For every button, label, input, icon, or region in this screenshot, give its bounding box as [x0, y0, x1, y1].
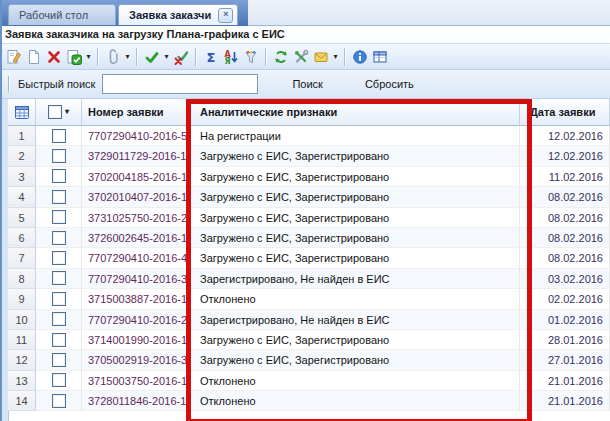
request-number-cell[interactable]: 3715003887-2016-1 — [82, 289, 188, 309]
request-number-cell[interactable]: 3731025750-2016-2 — [82, 208, 188, 228]
row-checkbox[interactable] — [52, 129, 66, 143]
request-date-cell[interactable]: 02.02.2016 — [520, 289, 610, 309]
row-checkbox-cell[interactable] — [36, 167, 82, 187]
row-checkbox[interactable] — [52, 394, 66, 408]
quick-search-input[interactable] — [102, 74, 258, 94]
request-date-cell[interactable]: 03.02.2016 — [520, 269, 610, 289]
row-checkbox-cell[interactable] — [36, 269, 82, 289]
edit-record-button[interactable] — [4, 47, 24, 67]
select-all-checkbox[interactable] — [48, 105, 62, 119]
analytic-flags-cell[interactable]: Загружено с ЕИС, Зарегистрировано — [188, 350, 520, 370]
analytic-flags-cell[interactable]: Загружено с ЕИС, Зарегистрировано — [188, 228, 520, 248]
info-button[interactable] — [350, 47, 370, 67]
table-row[interactable]: 23729011729-2016-1Загружено с ЕИС, Зарег… — [8, 146, 610, 166]
column-header-request-date[interactable]: Дата заявки — [520, 99, 610, 126]
request-date-cell[interactable]: 21.01.2016 — [520, 391, 610, 411]
sum-button[interactable]: Σ — [201, 47, 221, 67]
request-number-cell[interactable]: 3728011846-2016-1 — [82, 391, 188, 411]
table-row[interactable]: 33702004185-2016-1Загружено с ЕИС, Зарег… — [8, 167, 610, 187]
record-status-button[interactable] — [64, 47, 84, 67]
tab-request[interactable]: Заявка заказчи × — [118, 4, 238, 25]
request-date-cell[interactable]: 08.02.2016 — [520, 208, 610, 228]
request-number-cell[interactable]: 7707290410-2016-5 — [82, 126, 188, 146]
search-button[interactable]: Поиск — [284, 76, 330, 92]
analytic-flags-cell[interactable]: Отклонено — [188, 289, 520, 309]
tab-desktop[interactable]: Рабочий стол — [8, 4, 116, 25]
approve-dropdown-icon[interactable]: ▾ — [162, 52, 171, 61]
row-checkbox[interactable] — [52, 292, 66, 306]
request-number-cell[interactable]: 7707290410-2016-4 — [82, 248, 188, 268]
column-header-analytic-flags[interactable]: Аналитические признаки — [188, 99, 520, 126]
row-checkbox[interactable] — [52, 231, 66, 245]
row-checkbox-cell[interactable] — [36, 208, 82, 228]
row-checkbox-cell[interactable] — [36, 350, 82, 370]
request-number-cell[interactable]: 3702004185-2016-1 — [82, 167, 188, 187]
sort-button[interactable]: АЯ — [221, 47, 241, 67]
row-checkbox-cell[interactable] — [36, 310, 82, 330]
row-checkbox-cell[interactable] — [36, 371, 82, 391]
analytic-flags-cell[interactable]: Загружено с ЕИС, Зарегистрировано — [188, 330, 520, 350]
row-checkbox-cell[interactable] — [36, 228, 82, 248]
row-checkbox[interactable] — [52, 333, 66, 347]
delete-record-button[interactable] — [44, 47, 64, 67]
revoke-approval-button[interactable] — [171, 47, 191, 67]
analytic-flags-cell[interactable]: Зарегистрировано, Не найден в ЕИС — [188, 310, 520, 330]
analytic-flags-cell[interactable]: Зарегистрировано, Не найден в ЕИС — [188, 269, 520, 289]
tab-close-icon[interactable]: × — [218, 8, 233, 23]
table-row[interactable]: 123705002919-2016-3Загружено с ЕИС, Заре… — [8, 350, 610, 370]
reset-button[interactable]: Сбросить — [357, 76, 422, 92]
column-header-request-number[interactable]: Номер заявки — [82, 99, 188, 126]
request-number-cell[interactable]: 3729011729-2016-1 — [82, 146, 188, 166]
row-checkbox[interactable] — [52, 312, 66, 326]
row-checkbox[interactable] — [52, 353, 66, 367]
table-row[interactable]: 113714001990-2016-1Загружено с ЕИС, Заре… — [8, 330, 610, 350]
table-row[interactable]: 143728011846-2016-1Отклонено21.01.2016 — [8, 391, 610, 411]
analytic-flags-cell[interactable]: Загружено с ЕИС, Зарегистрировано — [188, 208, 520, 228]
request-date-cell[interactable]: 21.01.2016 — [520, 371, 610, 391]
request-date-cell[interactable]: 27.01.2016 — [520, 350, 610, 370]
row-checkbox[interactable] — [52, 373, 66, 387]
analytic-flags-cell[interactable]: Загружено с ЕИС, Зарегистрировано — [188, 248, 520, 268]
create-record-button[interactable] — [24, 47, 44, 67]
request-date-cell[interactable]: 08.02.2016 — [520, 228, 610, 248]
attachments-button[interactable] — [103, 47, 123, 67]
request-date-cell[interactable]: 08.02.2016 — [520, 248, 610, 268]
approve-button[interactable] — [142, 47, 162, 67]
grid-columns-button[interactable] — [370, 47, 390, 67]
request-date-cell[interactable]: 12.02.2016 — [520, 146, 610, 166]
attachments-dropdown-icon[interactable]: ▾ — [123, 52, 132, 61]
analytic-flags-cell[interactable]: Отклонено — [188, 371, 520, 391]
request-number-cell[interactable]: 7707290410-2016-2 — [82, 310, 188, 330]
row-checkbox[interactable] — [52, 149, 66, 163]
table-row[interactable]: 77707290410-2016-4Загружено с ЕИС, Зарег… — [8, 248, 610, 268]
request-date-cell[interactable]: 08.02.2016 — [520, 187, 610, 207]
row-checkbox[interactable] — [52, 251, 66, 265]
row-checkbox-cell[interactable] — [36, 248, 82, 268]
filter-button[interactable] — [241, 47, 261, 67]
analytic-flags-cell[interactable]: Загружено с ЕИС, Зарегистрировано — [188, 167, 520, 187]
send-mail-dropdown-icon[interactable]: ▾ — [331, 52, 340, 61]
table-row[interactable]: 63726002645-2016-1Загружено с ЕИС, Зарег… — [8, 228, 610, 248]
tools-button[interactable] — [291, 47, 311, 67]
request-date-cell[interactable]: 11.02.2016 — [520, 167, 610, 187]
row-checkbox-cell[interactable] — [36, 289, 82, 309]
row-checkbox-cell[interactable] — [36, 187, 82, 207]
request-number-cell[interactable]: 3726002645-2016-1 — [82, 228, 188, 248]
row-checkbox-cell[interactable] — [36, 126, 82, 146]
analytic-flags-cell[interactable]: Загружено с ЕИС, Зарегистрировано — [188, 187, 520, 207]
request-number-cell[interactable]: 3714001990-2016-1 — [82, 330, 188, 350]
request-number-cell[interactable]: 3715003750-2016-1 — [82, 371, 188, 391]
grid-menu-header-cell[interactable] — [8, 99, 36, 126]
request-number-cell[interactable]: 3702010407-2016-1 — [82, 187, 188, 207]
row-checkbox-cell[interactable] — [36, 146, 82, 166]
table-row[interactable]: 17707290410-2016-5На регистрации12.02.20… — [8, 126, 610, 146]
table-row[interactable]: 93715003887-2016-1Отклонено02.02.2016 — [8, 289, 610, 309]
request-number-cell[interactable]: 3705002919-2016-3 — [82, 350, 188, 370]
row-checkbox-cell[interactable] — [36, 391, 82, 411]
send-mail-button[interactable] — [311, 47, 331, 67]
row-checkbox[interactable] — [52, 190, 66, 204]
row-checkbox-cell[interactable] — [36, 330, 82, 350]
row-checkbox[interactable] — [52, 169, 66, 183]
record-status-dropdown-icon[interactable]: ▾ — [84, 52, 93, 61]
request-date-cell[interactable]: 28.01.2016 — [520, 330, 610, 350]
